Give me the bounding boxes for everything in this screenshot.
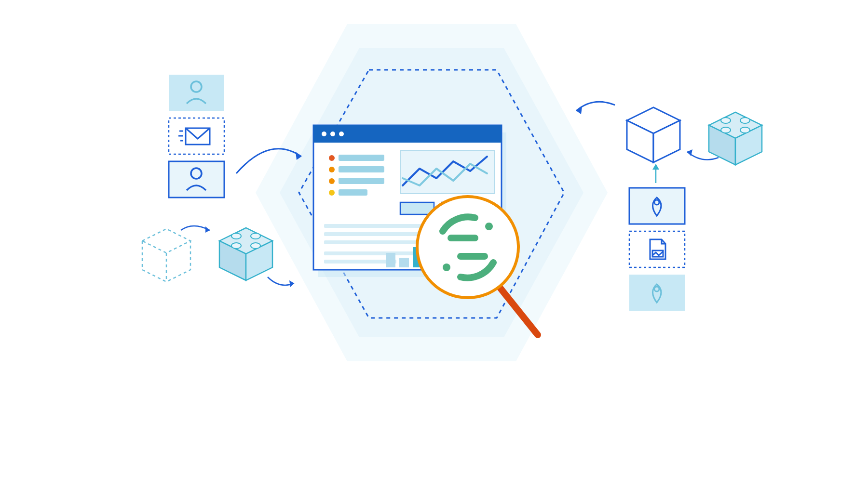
tile-document-dashed <box>629 231 685 267</box>
svg-marker-35 <box>142 229 190 253</box>
cube-block <box>219 228 272 280</box>
svg-point-11 <box>329 190 335 196</box>
tile-location-light <box>629 275 685 311</box>
svg-point-40 <box>231 233 241 239</box>
cube-dashed <box>142 229 190 282</box>
svg-point-4 <box>339 132 344 136</box>
svg-point-23 <box>417 197 518 298</box>
svg-rect-8 <box>339 166 384 172</box>
tile-location-stroke <box>629 188 685 224</box>
svg-rect-18 <box>386 253 395 267</box>
arrow-hex-to-cube <box>576 102 615 111</box>
left-cubes <box>142 226 294 287</box>
tile-email-dashed <box>169 118 224 154</box>
svg-marker-58 <box>652 164 659 170</box>
line-chart-panel <box>400 150 494 194</box>
svg-point-3 <box>330 132 335 136</box>
left-tiles <box>169 75 224 198</box>
svg-point-43 <box>251 243 260 249</box>
svg-point-54 <box>721 127 731 133</box>
document-image-icon <box>650 239 665 259</box>
svg-rect-6 <box>339 155 384 161</box>
svg-point-52 <box>721 118 731 123</box>
diagram-illustration <box>0 0 868 488</box>
svg-point-42 <box>231 243 241 249</box>
svg-rect-17 <box>324 260 396 264</box>
svg-point-41 <box>251 233 260 239</box>
svg-rect-12 <box>339 189 367 196</box>
email-icon <box>178 128 210 145</box>
svg-rect-10 <box>339 178 384 184</box>
svg-point-27 <box>443 264 450 271</box>
svg-point-9 <box>329 178 335 184</box>
svg-point-53 <box>740 118 750 123</box>
right-tiles <box>629 188 685 311</box>
cube-outline <box>627 107 680 162</box>
right-cubes <box>576 102 762 183</box>
svg-point-55 <box>740 127 750 133</box>
svg-marker-45 <box>289 280 294 287</box>
svg-point-7 <box>329 167 335 172</box>
svg-point-2 <box>322 132 326 136</box>
cube-block-right <box>709 112 762 165</box>
svg-rect-19 <box>399 258 409 267</box>
svg-point-5 <box>329 155 335 161</box>
svg-point-26 <box>485 223 493 230</box>
